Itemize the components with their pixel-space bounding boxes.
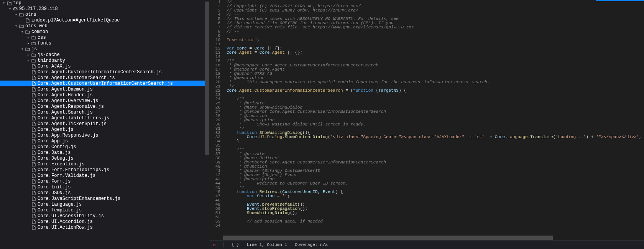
code-editor[interactable]: 1234567891011121314151617181920212223242… [209,0,644,249]
status-line-column[interactable]: Line 1, Column 1 [243,242,291,247]
code-line[interactable]: Core.UI.Dialog.ShowContentDialog('<div c… [227,135,644,139]
status-braces[interactable]: { } [228,242,243,247]
tree-item-core-debug-js[interactable]: Core.Debug.js [0,155,209,161]
tree-item-label: Core.Agent.Responsive.js [37,104,104,109]
editor-horizontal-scrollbar-track[interactable] [209,236,644,240]
tree-item-js-cache[interactable]: js-cache [0,52,209,58]
tree-item-core-form-validate-js[interactable]: Core.Form.Validate.js [0,173,209,178]
tree-item-index-pl-action-agentticketqueue[interactable]: index.pl?Action=AgentTicketQueue [0,17,209,23]
tree-item-core-app-js[interactable]: Core.App.js [0,138,209,144]
code-line[interactable]: } [227,139,644,143]
tree-item-core-form-js[interactable]: Core.Form.js [0,178,209,184]
tree-item-core-agent-overview-js[interactable]: Core.Agent.Overview.js [0,98,209,104]
tree-item-thirdparty[interactable]: thirdparty [0,58,209,63]
tree-item-core-ui-accordion-js[interactable]: Core.UI.Accordion.js [0,219,209,224]
tree-item-core-agent-js[interactable]: Core.Agent.js [0,127,209,132]
tree-expand-toggle[interactable] [26,58,31,63]
tree-item-js[interactable]: js [0,46,209,52]
tree-item-otrs-web[interactable]: otrs-web [0,23,209,29]
tree-expand-toggle[interactable] [14,12,18,17]
editor-horizontal-scrollbar-thumb[interactable] [223,236,553,240]
code-line[interactable]: ShowWaitingDialog(); [227,211,644,215]
code-line[interactable]: * @author OTRS AG [227,72,644,76]
tree-expand-toggle[interactable] [26,52,31,58]
file-tree-panel[interactable]: top95.217.239.118otrsindex.pl?Action=Age… [0,0,209,249]
code-line[interactable]: * @memberof Core.Agent [227,68,644,72]
code-line[interactable]: // Copyright (C) 2021 Znuny GmbH, https:… [227,8,644,13]
tree-item-core-agent-header-js[interactable]: Core.Agent.Header.js [0,92,209,98]
tree-item-core-form-errortooltips-js[interactable]: Core.Form.ErrorTooltips.js [0,167,209,173]
code-line[interactable]: Core.Agent.CustomerUserInformationCenter… [227,89,644,93]
code-line[interactable]: * @function [227,114,644,118]
tree-expand-toggle[interactable] [26,35,31,40]
code-line[interactable]: * @param {Object} Event [227,173,644,177]
tree-item-label: Core.Agent.js [37,127,74,132]
tree-expand-toggle[interactable] [20,29,25,35]
tree-item-otrs[interactable]: otrs [0,12,209,17]
sidebar-scrollbar-thumb[interactable] [205,2,209,155]
code-line[interactable] [227,93,644,97]
code-line[interactable]: * @memberof Core.Agent.CustomerUserInfor… [227,160,644,165]
code-line[interactable]: Core.Agent = Core.Agent || {}; [227,51,644,55]
code-token: . [264,135,267,139]
code-line[interactable]: // add session data, if needed [227,219,644,224]
tree-expand-toggle[interactable] [14,23,18,29]
tree-expand-toggle[interactable] [20,46,25,52]
tree-item-core-ajax-js[interactable]: Core.AJAX.js [0,63,209,69]
tree-item-css[interactable]: css [0,35,209,40]
code-line[interactable]: * @namespace Core.Agent.CustomerUserInfo… [227,63,644,68]
tree-item-core-agent-ticketsplit-js[interactable]: Core.Agent.TicketSplit.js [0,121,209,127]
code-line[interactable]: * @memberof Core.Agent.CustomerUserInfor… [227,110,644,114]
tree-item-core-config-js[interactable]: Core.Config.js [0,144,209,150]
tree-expand-toggle[interactable] [26,41,31,46]
tree-item-core-app-responsive-js[interactable]: Core.App.Responsive.js [0,132,209,138]
tree-item-core-init-js[interactable]: Core.Init.js [0,184,209,190]
tree-item-core-javascriptenhancements-js[interactable]: Core.JavaScriptEnhancements.js [0,196,209,201]
status-coverage[interactable]: Coverage: n/a [291,242,332,247]
tree-item-core-agent-search-js[interactable]: Core.Agent.Search.js [0,109,209,115]
file-icon [31,168,37,172]
code-line[interactable]: // did not receive this file, see https:… [227,25,644,30]
tree-expand-toggle[interactable] [8,6,12,12]
file-icon [31,150,37,155]
code-line[interactable] [227,34,644,38]
code-line[interactable] [227,143,644,148]
tree-item-core-exception-js[interactable]: Core.Exception.js [0,161,209,167]
tree-item-core-json-js[interactable]: Core.JSON.js [0,190,209,196]
code-line[interactable]: * Shows waiting dialog until screen is r… [227,122,644,127]
sidebar-scrollbar-track[interactable] [205,0,209,249]
code-line[interactable]: /** [227,148,644,152]
tree-item-core-agent-tablefilters-js[interactable]: Core.Agent.TableFilters.js [0,115,209,121]
tree-item-core-language-js[interactable]: Core.Language.js [0,201,209,207]
code-line[interactable]: var Session = ''; [227,194,644,198]
code-area[interactable]: // --// Copyright (C) 2001-2021 OTRS AG,… [223,0,644,236]
code-token: ) { [399,88,406,93]
tree-item-core-data-js[interactable]: Core.Data.js [0,150,209,155]
tree-item-core-agent-daemon-js[interactable]: Core.Agent.Daemon.js [0,86,209,92]
code-token: . [269,50,272,55]
tree-item-core-agent-responsive-js[interactable]: Core.Agent.Responsive.js [0,104,209,109]
code-line[interactable]: * Redirect to Customer User ID screen. [227,181,644,186]
tree-expand-toggle[interactable] [2,0,6,6]
code-token: '' [282,194,287,198]
code-line[interactable]: * This namespace contains the special mo… [227,80,644,84]
code-line[interactable] [227,224,644,228]
file-icon [31,214,37,218]
code-line[interactable]: /** [227,97,644,101]
tree-item-core-ui-actionrow-js[interactable]: Core.UI.ActionRow.js [0,224,209,230]
code-line[interactable]: // -- [227,30,644,34]
tree-item-common[interactable]: common [0,29,209,35]
status-error-indicator[interactable]: ⊘ [209,242,220,247]
tree-item-95-217-239-118[interactable]: 95.217.239.118 [0,6,209,12]
tree-item-core-agent-customerinformationcentersearch-js[interactable]: Core.Agent.CustomerInformationCenterSear… [0,69,209,75]
file-icon [31,202,37,207]
tree-item-core-template-js[interactable]: Core.Template.js [0,207,209,213]
code-line[interactable]: * @private [227,152,644,156]
tree-item-fonts[interactable]: fonts [0,40,209,46]
code-line[interactable]: "use strict"; [227,38,644,42]
tree-item-core-ui-accessibility-js[interactable]: Core.UI.Accessibility.js [0,213,209,219]
tree-item-core-agent-customersearch-js[interactable]: Core.Agent.CustomerSearch.js [0,75,209,81]
code-line[interactable] [227,42,644,46]
code-line[interactable] [227,55,644,59]
tree-item-core-agent-customeruserinformationcentersearch-js[interactable]: Core.Agent.CustomerUserInformationCenter… [0,81,209,86]
